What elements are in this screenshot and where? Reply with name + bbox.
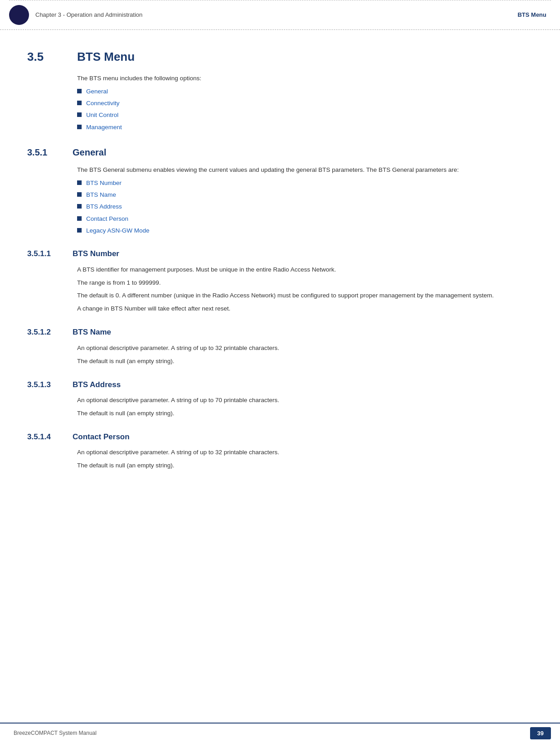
menu-link-connectivity[interactable]: Connectivity	[86, 99, 120, 108]
section-3512-title: BTS Name	[73, 326, 111, 338]
page-footer: BreezeCOMPACT System Manual 39	[0, 723, 560, 743]
section-3513-para-2: The default is null (an empty string).	[77, 409, 533, 418]
footer-text: BreezeCOMPACT System Manual	[14, 729, 97, 737]
link-bts-number[interactable]: BTS Number	[86, 179, 122, 188]
section-3514-heading: 3.5.1.4 Contact Person	[27, 431, 533, 443]
section-3511-heading: 3.5.1.1 BTS Number	[27, 248, 533, 260]
list-item: Connectivity	[77, 99, 533, 108]
section-3513-heading: 3.5.1.3 BTS Address	[27, 379, 533, 391]
bullet-icon	[77, 192, 82, 197]
list-item: BTS Number	[77, 179, 533, 188]
section-351-intro: The BTS General submenu enables viewing …	[77, 165, 533, 175]
list-item: General	[77, 87, 533, 96]
section-3512-heading: 3.5.1.2 BTS Name	[27, 326, 533, 338]
bullet-icon	[77, 228, 82, 233]
section-3511-para-1: A BTS identifier for management purposes…	[77, 265, 533, 275]
section-3511-para-4: A change in BTS Number will take effect …	[77, 304, 533, 314]
header-section-label: BTS Menu	[517, 10, 546, 19]
bullet-icon	[77, 180, 82, 185]
bullet-icon	[77, 112, 82, 117]
section-3512-number: 3.5.1.2	[27, 326, 63, 338]
bullet-icon	[77, 204, 82, 209]
link-bts-name[interactable]: BTS Name	[86, 190, 116, 199]
section-351-items-list: BTS Number BTS Name BTS Address Contact …	[77, 179, 533, 235]
menu-link-management[interactable]: Management	[86, 123, 122, 132]
link-contact-person[interactable]: Contact Person	[86, 214, 128, 223]
list-item: Management	[77, 123, 533, 132]
section-351-number: 3.5.1	[27, 146, 63, 159]
page-wrapper: Chapter 3 - Operation and Administration…	[0, 0, 560, 743]
section-3512-para-2: The default is null (an empty string).	[77, 357, 533, 366]
menu-link-general[interactable]: General	[86, 87, 108, 96]
section-3514-title: Contact Person	[73, 431, 130, 443]
section-351-heading: 3.5.1 General	[27, 146, 533, 159]
section-351-title: General	[73, 146, 106, 159]
bullet-icon	[77, 101, 82, 105]
section-35-menu-list: General Connectivity Unit Control Manage…	[77, 87, 533, 132]
section-35-intro: The BTS menu includes the following opti…	[77, 74, 533, 83]
section-3511-number: 3.5.1.1	[27, 248, 63, 260]
menu-link-unit-control[interactable]: Unit Control	[86, 111, 118, 120]
section-3512-para-1: An optional descriptive parameter. A str…	[77, 344, 533, 353]
list-item: Contact Person	[77, 214, 533, 223]
section-35-title: BTS Menu	[77, 48, 135, 66]
section-3514-para-2: The default is null (an empty string).	[77, 461, 533, 471]
header-circle-icon	[9, 5, 29, 25]
main-content: 3.5 BTS Menu The BTS menu includes the f…	[0, 30, 560, 723]
section-3514-para-1: An optional descriptive parameter. A str…	[77, 448, 533, 457]
link-bts-address[interactable]: BTS Address	[86, 202, 122, 211]
section-3511-para-3: The default is 0. A different number (un…	[77, 291, 533, 301]
section-35-heading: 3.5 BTS Menu	[27, 48, 533, 66]
list-item: BTS Name	[77, 190, 533, 199]
section-3513-para-1: An optional descriptive parameter. A str…	[77, 396, 533, 405]
list-item: Legacy ASN-GW Mode	[77, 226, 533, 235]
section-3511-title: BTS Number	[73, 248, 119, 260]
footer-page-number: 39	[530, 727, 551, 740]
header-left: Chapter 3 - Operation and Administration	[9, 5, 142, 25]
bullet-icon	[77, 216, 82, 221]
section-3513-number: 3.5.1.3	[27, 379, 63, 391]
list-item: BTS Address	[77, 202, 533, 211]
page-header: Chapter 3 - Operation and Administration…	[0, 0, 560, 30]
header-chapter-label: Chapter 3 - Operation and Administration	[35, 10, 142, 19]
section-3514-number: 3.5.1.4	[27, 431, 63, 443]
link-legacy-asn-gw[interactable]: Legacy ASN-GW Mode	[86, 226, 150, 235]
bullet-icon	[77, 89, 82, 93]
section-3513-title: BTS Address	[73, 379, 121, 391]
section-35-number: 3.5	[27, 48, 63, 66]
section-3511-para-2: The range is from 1 to 999999.	[77, 278, 533, 288]
list-item: Unit Control	[77, 111, 533, 120]
bullet-icon	[77, 125, 82, 129]
